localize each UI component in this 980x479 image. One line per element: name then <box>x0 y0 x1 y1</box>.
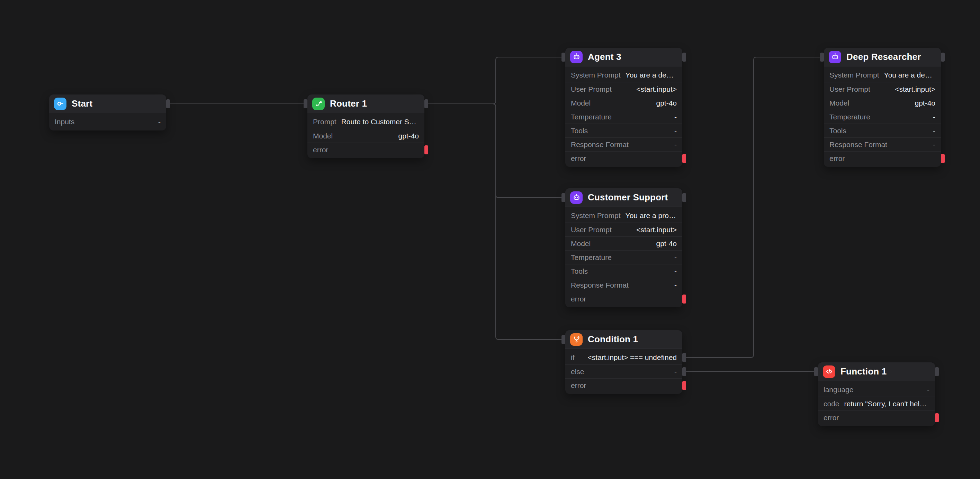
output-handle[interactable] <box>941 53 945 62</box>
row-value: - <box>933 127 935 135</box>
node-row-tools[interactable]: Tools- <box>565 264 682 278</box>
input-handle[interactable] <box>304 99 307 108</box>
row-value: - <box>933 113 935 121</box>
row-label: Tools <box>571 127 588 135</box>
node-router-1[interactable]: Router 1PromptRoute to Customer Suppo…Mo… <box>307 94 425 158</box>
node-title: Function 1 <box>840 366 886 377</box>
row-label: User Prompt <box>829 85 870 94</box>
node-body: Inputs- <box>49 113 166 130</box>
node-body: System PromptYou are a professio…User Pr… <box>565 207 682 307</box>
node-row-error[interactable]: error <box>565 378 682 392</box>
row-label: Model <box>571 99 590 107</box>
node-agent-3[interactable]: Agent 3System PromptYou are a dedicate…U… <box>565 48 682 167</box>
node-deep-researcher[interactable]: Deep ResearcherSystem PromptYou are a de… <box>824 48 941 167</box>
node-row-user-prompt[interactable]: User Prompt<start.input> <box>565 82 682 96</box>
node-row-model[interactable]: Modelgpt-4o <box>307 129 425 143</box>
row-value: - <box>675 113 677 121</box>
node-condition-1[interactable]: Condition 1if<start.input> === undefined… <box>565 330 682 394</box>
node-header[interactable]: Condition 1 <box>565 330 682 349</box>
row-label: Model <box>571 240 590 248</box>
error-output-handle[interactable] <box>682 381 686 390</box>
node-row-user-prompt[interactable]: User Prompt<start.input> <box>824 82 941 96</box>
output-handle[interactable] <box>935 367 939 376</box>
input-handle[interactable] <box>562 335 565 344</box>
row-value: <start.input> <box>895 85 935 94</box>
node-customer-support[interactable]: Customer SupportSystem PromptYou are a p… <box>565 188 682 307</box>
node-title: Agent 3 <box>588 52 621 62</box>
node-row-tools[interactable]: Tools- <box>565 124 682 137</box>
edge-router-1-to-customer-support[interactable] <box>428 104 562 197</box>
input-handle[interactable] <box>814 367 818 376</box>
node-row-error[interactable]: error <box>824 151 941 165</box>
edge-condition-1-to-deep-researcher[interactable] <box>686 57 820 358</box>
output-handle[interactable] <box>425 99 428 108</box>
node-function-1[interactable]: Function 1language-codereturn "Sorry, I … <box>818 362 935 426</box>
output-handle[interactable] <box>682 193 686 202</box>
branch-icon <box>570 333 582 346</box>
edge-router-1-to-agent-3[interactable] <box>428 57 562 104</box>
error-output-handle[interactable] <box>682 154 686 163</box>
error-output-handle[interactable] <box>935 413 939 422</box>
node-row-model[interactable]: Modelgpt-4o <box>824 96 941 110</box>
row-value: <start.input> <box>636 85 677 94</box>
node-start[interactable]: StartInputs- <box>49 94 166 130</box>
node-row-user-prompt[interactable]: User Prompt<start.input> <box>565 223 682 236</box>
node-row-tools[interactable]: Tools- <box>824 124 941 137</box>
node-row-system-prompt[interactable]: System PromptYou are a professio… <box>565 209 682 223</box>
node-row-response-format[interactable]: Response Format- <box>824 137 941 151</box>
node-header[interactable]: Start <box>49 94 166 113</box>
node-row-else[interactable]: else- <box>565 364 682 378</box>
input-handle[interactable] <box>562 53 565 62</box>
row-value: gpt-4o <box>656 99 677 107</box>
node-row-error[interactable]: error <box>565 292 682 306</box>
node-header[interactable]: Agent 3 <box>565 48 682 67</box>
node-row-model[interactable]: Modelgpt-4o <box>565 236 682 250</box>
node-body: if<start.input> === undefinedelse-error <box>565 349 682 394</box>
input-handle[interactable] <box>562 193 565 202</box>
node-row-temperature[interactable]: Temperature- <box>824 110 941 124</box>
node-row-response-format[interactable]: Response Format- <box>565 278 682 292</box>
robot-icon <box>829 51 841 63</box>
flow-canvas[interactable]: StartInputs-Router 1PromptRoute to Custo… <box>0 0 980 479</box>
node-row-error[interactable]: error <box>818 411 935 424</box>
row-value: Route to Customer Suppo… <box>341 118 419 126</box>
node-row-system-prompt[interactable]: System PromptYou are a dedicate… <box>565 68 682 82</box>
node-header[interactable]: Deep Researcher <box>824 48 941 67</box>
node-row-temperature[interactable]: Temperature- <box>565 110 682 124</box>
row-label: if <box>571 353 574 362</box>
row-label: error <box>571 154 586 163</box>
node-title: Start <box>72 98 92 109</box>
node-row-response-format[interactable]: Response Format- <box>565 137 682 151</box>
row-value: - <box>933 140 935 149</box>
node-header[interactable]: Router 1 <box>307 94 425 113</box>
row-label: System Prompt <box>571 212 620 220</box>
node-row-if[interactable]: if<start.input> === undefined <box>565 351 682 364</box>
node-row-language[interactable]: language- <box>818 383 935 396</box>
if-output-handle[interactable] <box>682 353 686 362</box>
node-row-model[interactable]: Modelgpt-4o <box>565 96 682 110</box>
output-handle[interactable] <box>682 53 686 62</box>
edge-router-1-to-condition-1[interactable] <box>428 104 562 339</box>
row-label: error <box>313 146 328 154</box>
node-row-system-prompt[interactable]: System PromptYou are a deep res… <box>824 68 941 82</box>
error-output-handle[interactable] <box>941 154 945 163</box>
row-value: - <box>675 140 677 149</box>
row-value: <start.input> <box>636 226 677 234</box>
robot-icon <box>570 191 582 204</box>
row-value: - <box>158 118 161 126</box>
node-row-code[interactable]: codereturn "Sorry, I can't help with … <box>818 396 935 411</box>
node-title: Deep Researcher <box>846 52 921 62</box>
input-handle[interactable] <box>820 53 824 62</box>
node-row-temperature[interactable]: Temperature- <box>565 250 682 264</box>
node-header[interactable]: Customer Support <box>565 188 682 207</box>
error-output-handle[interactable] <box>425 145 428 154</box>
node-row-error[interactable]: error <box>565 151 682 165</box>
else-output-handle[interactable] <box>682 367 686 376</box>
output-handle[interactable] <box>166 99 170 108</box>
row-label: error <box>571 295 586 303</box>
error-output-handle[interactable] <box>682 294 686 304</box>
node-row-error[interactable]: error <box>307 143 425 156</box>
node-header[interactable]: Function 1 <box>818 362 935 381</box>
node-row-inputs[interactable]: Inputs- <box>49 115 166 129</box>
node-row-prompt[interactable]: PromptRoute to Customer Suppo… <box>307 115 425 129</box>
